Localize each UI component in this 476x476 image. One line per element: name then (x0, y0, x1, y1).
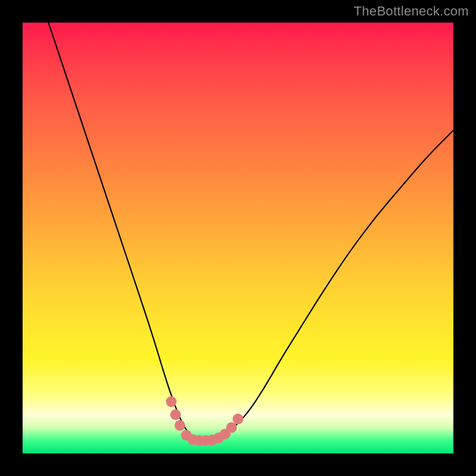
highlight-dot (174, 420, 185, 431)
watermark-label: TheBottleneck.com (354, 4, 469, 19)
plot-area (23, 23, 453, 453)
highlight-dot (226, 422, 237, 433)
bottleneck-curve (48, 23, 453, 440)
chart-svg (23, 23, 453, 453)
highlight-markers (166, 396, 243, 446)
chart-frame: TheBottleneck.com (0, 0, 476, 476)
highlight-dot (170, 409, 181, 420)
highlight-dot (166, 396, 177, 407)
highlight-dot (233, 414, 243, 424)
